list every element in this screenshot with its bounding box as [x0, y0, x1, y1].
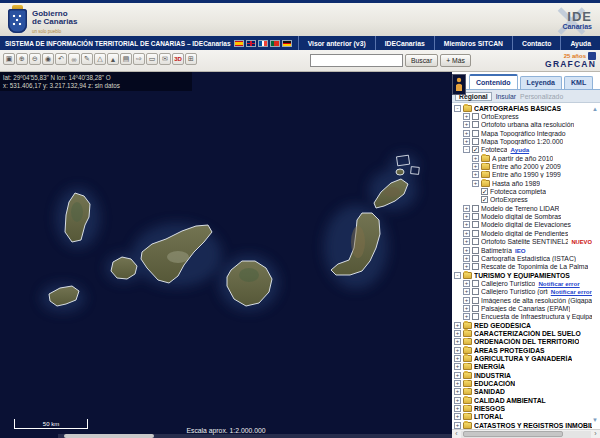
grafcan-logo[interactable]: 25 años GRAFCAN	[545, 52, 596, 69]
map-horizontal-scrollbar[interactable]	[58, 434, 452, 438]
full-extent-icon[interactable]: ◉	[42, 53, 54, 65]
sidebar-collapse-handle[interactable]	[452, 74, 466, 95]
collapse-icon[interactable]: -	[454, 272, 461, 279]
expand-icon[interactable]: +	[454, 388, 461, 395]
gobierno-canarias-logo[interactable]: Gobierno de Canarias un solo pueblo	[8, 6, 77, 36]
expand-icon[interactable]: +	[463, 247, 470, 254]
layer-label-fototeca-completa[interactable]: Fototeca completa	[490, 188, 546, 195]
expand-icon[interactable]: +	[472, 171, 479, 178]
layer-label-agricultura-y-ganader-a[interactable]: AGRICULTURA Y GANADERÍA	[474, 355, 572, 362]
layer-checkbox[interactable]	[472, 121, 479, 128]
layer-checkbox[interactable]	[472, 138, 479, 145]
expand-icon[interactable]: +	[463, 313, 470, 320]
measure-area-icon[interactable]: △	[94, 53, 106, 65]
layer-checkbox[interactable]: ✓	[472, 146, 479, 153]
expand-icon[interactable]: +	[454, 372, 461, 379]
layer-checkbox[interactable]	[472, 130, 479, 137]
layer-label-cartograf-a-estad-stica-istac[interactable]: Cartografía Estadística (ISTAC)	[481, 255, 576, 262]
expand-icon[interactable]: +	[463, 280, 470, 287]
layer-checkbox[interactable]	[472, 213, 479, 220]
layer-label-callejero-tur-stico-ortofoto[interactable]: Callejero Turístico (ortofoto)	[481, 288, 548, 295]
expand-icon[interactable]: +	[454, 338, 461, 345]
expand-icon[interactable]: +	[463, 221, 470, 228]
layer-label-mapa-topogr-fico-1-20-000[interactable]: Mapa Topográfico 1:20.000	[481, 138, 563, 145]
language-flag-es[interactable]	[234, 40, 244, 47]
nav-item-contacto[interactable]: Contacto	[512, 36, 560, 50]
layer-label-ortoexpress[interactable]: OrtoExpress	[481, 113, 519, 120]
layer-label-batimetr-a[interactable]: Batimetría	[481, 247, 512, 254]
expand-icon[interactable]: +	[454, 355, 461, 362]
nav-item-miembros-sitcan[interactable]: Miembros SITCAN	[434, 36, 512, 50]
language-flag-en[interactable]	[246, 40, 256, 47]
collapse-icon[interactable]: -	[454, 105, 461, 112]
layer-label-modelo-de-terreno-lidar[interactable]: Modelo de Terreno LIDAR	[481, 205, 559, 212]
layer-label-catastros-y-registros-inmobiliarios[interactable]: CATASTROS Y REGISTROS INMOBILIARIOS	[474, 422, 592, 429]
layer-label-rescate-de-toponimia-de-la-palma[interactable]: Rescate de Toponimia de La Palma	[481, 263, 588, 270]
expand-icon[interactable]: +	[463, 255, 470, 262]
nav-item-ayuda[interactable]: Ayuda	[560, 36, 600, 50]
expand-icon[interactable]: +	[463, 113, 470, 120]
expand-icon[interactable]: +	[454, 422, 461, 429]
expand-icon[interactable]: +	[472, 180, 479, 187]
nav-item-idecanarias[interactable]: IDECanarias	[375, 36, 434, 50]
map-canvas[interactable]: lat: 29º04'55,83" N lon: 14º40'38,28" O …	[0, 72, 452, 438]
layer-checkbox[interactable]	[472, 205, 479, 212]
layer-checkbox[interactable]	[472, 297, 479, 304]
layer-label-im-genes-de-alta-resoluci-n-gigapan[interactable]: Imágenes de alta resolución (Gigapan)	[481, 297, 592, 304]
layer-checkbox[interactable]	[472, 113, 479, 120]
tab-contenido[interactable]: Contenido	[469, 74, 518, 89]
expand-icon[interactable]: +	[454, 330, 461, 337]
collapse-icon[interactable]: -	[463, 146, 470, 153]
layer-label-paisajes-de-canarias-epam[interactable]: Paisajes de Canarias (EPAM)	[481, 305, 570, 312]
ide-canarias-logo[interactable]: IDE Canarias	[538, 5, 594, 36]
expand-icon[interactable]: +	[454, 322, 461, 329]
layer-checkbox[interactable]	[472, 288, 479, 295]
layer-label-calidad-ambiental[interactable]: CALIDAD AMBIENTAL	[474, 397, 546, 404]
print-icon[interactable]: ▤	[120, 53, 132, 65]
expand-icon[interactable]: +	[463, 130, 470, 137]
layer-label-reas-protegidas[interactable]: ÁREAS PROTEGIDAS	[474, 347, 545, 354]
layer-label-ortoexpress[interactable]: OrtoExpress	[490, 196, 528, 203]
layer-label-mapa-topogr-fico-integrado[interactable]: Mapa Topográfico Integrado	[481, 130, 566, 137]
layer-checkbox[interactable]	[472, 247, 479, 254]
layer-label-hasta-a-o-1989[interactable]: Hasta año 1989	[492, 180, 540, 187]
map-scrollbar-thumb[interactable]	[64, 434, 154, 438]
layer-label-modelo-digital-de-sombras[interactable]: Modelo digital de Sombras	[481, 213, 561, 220]
expand-icon[interactable]: +	[463, 305, 470, 312]
layer-label-litoral[interactable]: LITORAL	[474, 413, 503, 420]
search-button[interactable]: Buscar	[405, 54, 438, 67]
view-3d-button[interactable]: 3D	[172, 53, 184, 65]
layer-link-ieo[interactable]: IEO	[515, 247, 526, 254]
layer-checkbox[interactable]	[472, 313, 479, 320]
expand-icon[interactable]: +	[463, 230, 470, 237]
layer-link-notificar-error[interactable]: Notificar error	[551, 288, 592, 295]
expand-icon[interactable]: +	[454, 363, 461, 370]
layer-label-educaci-n[interactable]: EDUCACIÓN	[474, 380, 515, 387]
layer-label-riesgos[interactable]: RIESGOS	[474, 405, 505, 412]
layer-label-entre-a-o-1990-y-1999[interactable]: Entre año 1990 y 1999	[492, 171, 561, 178]
layer-label-entre-a-o-2000-y-2009[interactable]: Entre año 2000 y 2009	[492, 163, 561, 170]
layer-checkbox[interactable]	[472, 280, 479, 287]
layer-checkbox[interactable]	[472, 255, 479, 262]
layer-label-modelo-digital-de-pendientes[interactable]: Modelo digital de Pendientes	[481, 230, 568, 237]
tree-scroll-up-icon[interactable]: ▲	[591, 105, 599, 113]
layer-checkbox[interactable]	[472, 263, 479, 270]
layer-label-a-partir-de-a-o-2010[interactable]: A partir de año 2010	[492, 155, 553, 162]
export-icon[interactable]: ⇨	[133, 53, 145, 65]
elevation-profile-icon[interactable]: ▲	[107, 53, 119, 65]
layer-label-energ-a[interactable]: ENERGÍA	[474, 363, 505, 370]
previous-view-icon[interactable]: ↶	[55, 53, 67, 65]
layer-label-modelo-digital-de-elevaciones[interactable]: Modelo digital de Elevaciones	[481, 221, 571, 228]
zoom-out-icon[interactable]: ⊖	[29, 53, 41, 65]
layer-label-ortofoto-sat-lite-sentinel2[interactable]: Ortofoto Satélite SENTINEL2	[481, 238, 568, 245]
expand-icon[interactable]: +	[463, 205, 470, 212]
language-flag-pt[interactable]	[270, 40, 280, 47]
zoom-extent-icon[interactable]: ▣	[3, 53, 15, 65]
layer-label-encuesta-de-infraestructura-y-equipamient[interactable]: Encuesta de Infraestructura y Equipamien…	[481, 313, 592, 320]
nav-item-visor-anterior-v3[interactable]: Visor anterior (v3)	[298, 36, 375, 50]
send-email-icon[interactable]: ✉	[159, 53, 171, 65]
expand-icon[interactable]: +	[472, 155, 479, 162]
link-view-icon[interactable]: ∞	[68, 53, 80, 65]
layer-label-cartograf-as-b-sicas[interactable]: CARTOGRAFÍAS BÁSICAS	[474, 105, 561, 112]
layer-label-turismo-y-equipamientos[interactable]: TURISMO Y EQUIPAMIENTOS	[474, 272, 570, 279]
